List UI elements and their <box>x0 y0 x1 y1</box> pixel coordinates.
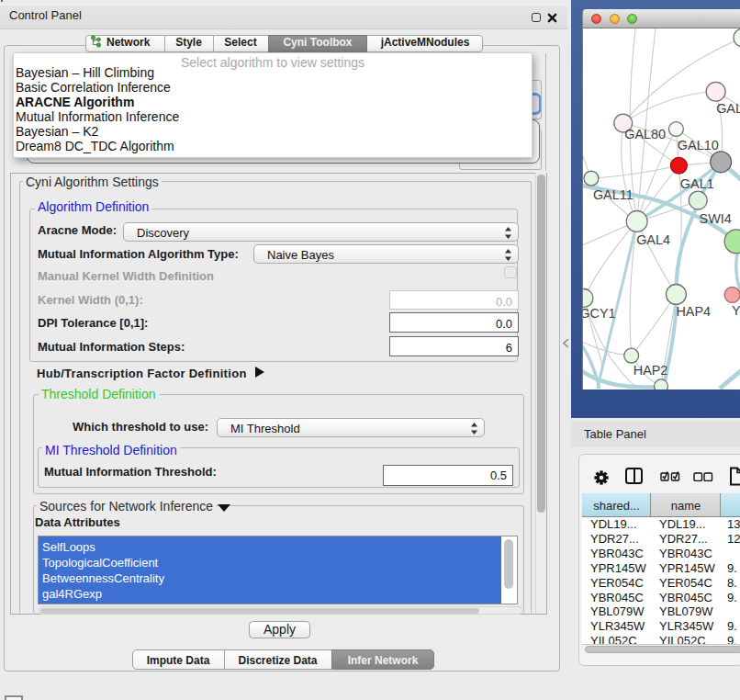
svg-text:GAL10: GAL10 <box>678 138 719 152</box>
svg-text:GAL1: GAL1 <box>680 176 714 191</box>
svg-text:GAL4: GAL4 <box>636 232 670 247</box>
svg-text:YD: YD <box>732 303 740 318</box>
svg-text:GCY1: GCY1 <box>582 306 616 321</box>
svg-text:HAP2: HAP2 <box>633 363 668 378</box>
svg-text:HAP4: HAP4 <box>676 304 711 319</box>
svg-text:GAL11: GAL11 <box>593 187 633 202</box>
svg-text:SWI4: SWI4 <box>700 211 732 226</box>
svg-text:GAL2: GAL2 <box>716 101 740 116</box>
svg-text:GAL80: GAL80 <box>624 127 666 141</box>
